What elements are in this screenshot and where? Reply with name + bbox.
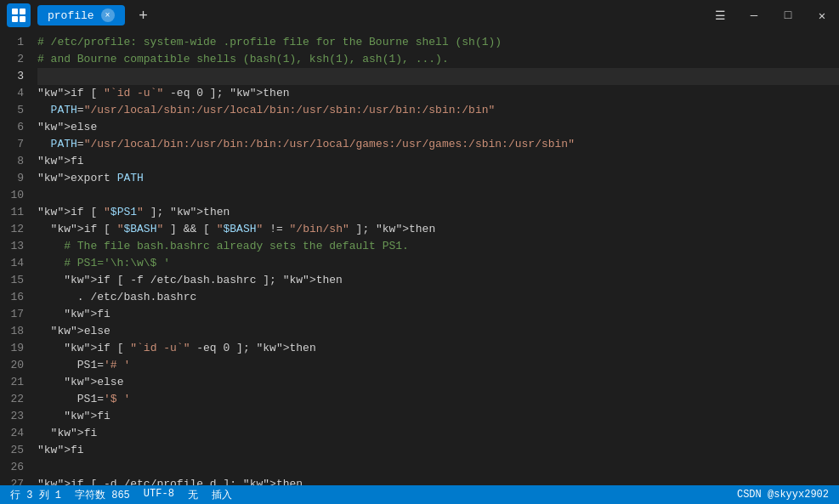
- line-number: 22: [7, 391, 24, 408]
- line-number: 18: [7, 323, 24, 340]
- code-line: "kw">fi: [37, 442, 839, 459]
- svg-rect-1: [20, 8, 26, 14]
- code-line: "kw">else: [37, 119, 839, 136]
- code-line: PS1='$ ': [37, 391, 839, 408]
- line-number: 7: [7, 136, 24, 153]
- line-number: 9: [7, 170, 24, 187]
- editor: 1234567891011121314151617181920212223242…: [0, 31, 839, 485]
- app-logo: [7, 3, 31, 27]
- active-tab[interactable]: profile ×: [37, 5, 125, 25]
- line-number: 14: [7, 255, 24, 272]
- line-number: 13: [7, 238, 24, 255]
- code-line: PS1='# ': [37, 357, 839, 374]
- line-number: 6: [7, 119, 24, 136]
- cursor-position: 行 3 列 1: [10, 488, 61, 502]
- code-line: [37, 459, 839, 476]
- line-number: 4: [7, 85, 24, 102]
- minimize-button[interactable]: —: [744, 5, 764, 25]
- line-number: 11: [7, 204, 24, 221]
- insert-mode: 插入: [212, 488, 232, 502]
- statusbar: 行 3 列 1 字符数 865 UTF-8 无 插入 CSDN @skyyx29…: [0, 485, 839, 504]
- code-line: # and Bourne compatible shells (bash(1),…: [37, 51, 839, 68]
- tab-close-button[interactable]: ×: [101, 8, 115, 22]
- line-number: 26: [7, 459, 24, 476]
- code-line: # /etc/profile: system-wide .profile fil…: [37, 34, 839, 51]
- code-line: . /etc/bash.bashrc: [37, 289, 839, 306]
- hamburger-button[interactable]: ☰: [710, 5, 730, 25]
- line-number: 16: [7, 289, 24, 306]
- char-count: 字符数 865: [75, 488, 130, 502]
- watermark: CSDN @skyyx2902: [737, 489, 829, 501]
- code-line: "kw">if [ "`id -u`" -eq 0 ]; "kw">then: [37, 340, 839, 357]
- maximize-button[interactable]: □: [778, 5, 798, 25]
- line-number: 25: [7, 442, 24, 459]
- line-number: 23: [7, 408, 24, 425]
- statusbar-left: 行 3 列 1 字符数 865 UTF-8 无 插入: [10, 488, 232, 502]
- code-line: "kw">else: [37, 374, 839, 391]
- line-number: 1: [7, 34, 24, 51]
- line-numbers: 1234567891011121314151617181920212223242…: [0, 31, 34, 485]
- code-line: "kw">fi: [37, 425, 839, 442]
- code-line: "kw">fi: [37, 306, 839, 323]
- line-number: 3: [7, 68, 24, 85]
- line-number: 5: [7, 102, 24, 119]
- line-number: 20: [7, 357, 24, 374]
- code-line: "kw">if [ "$BASH" ] && [ "$BASH" != "/bi…: [37, 221, 839, 238]
- code-line: "kw">if [ "`id -u`" -eq 0 ]; "kw">then: [37, 85, 839, 102]
- svg-rect-3: [20, 16, 26, 22]
- code-line: [37, 187, 839, 204]
- line-number: 15: [7, 272, 24, 289]
- line-ending: 无: [188, 488, 198, 502]
- line-number: 10: [7, 187, 24, 204]
- line-number: 21: [7, 374, 24, 391]
- line-number: 8: [7, 153, 24, 170]
- code-line: "kw">fi: [37, 153, 839, 170]
- encoding: UTF-8: [144, 488, 174, 502]
- window-controls: ☰ — □ ✕: [710, 5, 832, 25]
- line-number: 17: [7, 306, 24, 323]
- code-line: "kw">if [ -d /etc/profile.d ]; "kw">then: [37, 476, 839, 485]
- code-line: "kw">if [ -f /etc/bash.bashrc ]; "kw">th…: [37, 272, 839, 289]
- line-number: 12: [7, 221, 24, 238]
- add-tab-button[interactable]: +: [132, 3, 156, 27]
- line-number: 27: [7, 476, 24, 485]
- code-line: "kw">else: [37, 323, 839, 340]
- code-line: "kw">export PATH: [37, 170, 839, 187]
- tab-label: profile: [48, 9, 94, 22]
- statusbar-right: CSDN @skyyx2902: [737, 489, 829, 501]
- code-line: "kw">fi: [37, 408, 839, 425]
- code-line: [37, 68, 839, 85]
- titlebar: profile × + ☰ — □ ✕: [0, 0, 839, 31]
- code-line: # PS1='\h:\w\$ ': [37, 255, 839, 272]
- line-number: 2: [7, 51, 24, 68]
- svg-rect-2: [12, 16, 18, 22]
- line-number: 19: [7, 340, 24, 357]
- svg-rect-0: [12, 8, 18, 14]
- line-number: 24: [7, 425, 24, 442]
- code-content[interactable]: # /etc/profile: system-wide .profile fil…: [34, 31, 839, 485]
- code-line: PATH="/usr/local/sbin:/usr/local/bin:/us…: [37, 102, 839, 119]
- close-button[interactable]: ✕: [812, 5, 832, 25]
- code-line: # The file bash.bashrc already sets the …: [37, 238, 839, 255]
- code-line: PATH="/usr/local/bin:/usr/bin:/bin:/usr/…: [37, 136, 839, 153]
- code-line: "kw">if [ "$PS1" ]; "kw">then: [37, 204, 839, 221]
